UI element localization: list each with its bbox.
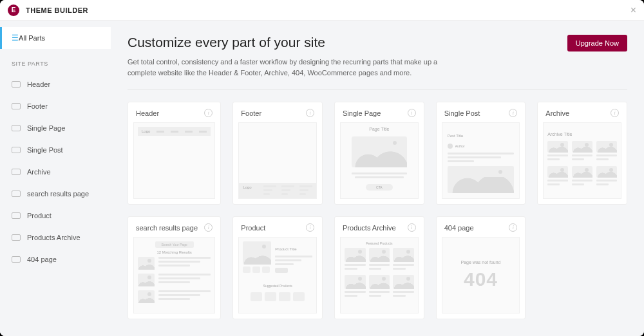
- card-single-post[interactable]: Single Post i Post Title Author: [436, 102, 526, 205]
- card-preview: Product Title Suggested Products: [238, 237, 317, 313]
- info-icon[interactable]: i: [408, 109, 416, 117]
- divider: [128, 89, 627, 90]
- card-search-results[interactable]: search results page i Search Your Page 1…: [128, 216, 221, 319]
- card-preview: Logo: [133, 122, 215, 199]
- card-title: Product: [241, 224, 265, 232]
- app-body: ☰ All Parts SITE PARTS Header Footer Sin…: [0, 21, 644, 336]
- card-header-bar: Footer i: [233, 102, 322, 122]
- preview-search-field: Search Your Page: [155, 241, 194, 248]
- card-header-bar: Single Page i: [335, 102, 424, 122]
- sidebar-item-label: 404 page: [27, 256, 57, 263]
- card-title: Single Page: [343, 109, 381, 117]
- info-icon[interactable]: i: [306, 223, 314, 232]
- sidebar-item-label: Footer: [27, 102, 48, 110]
- sidebar-item-label: Header: [27, 80, 50, 88]
- card-header-bar: 404 page i: [437, 217, 526, 237]
- card-404[interactable]: 404 page i Page was not found 404: [436, 216, 526, 319]
- card-preview: Post Title Author: [442, 122, 520, 199]
- single-post-part-icon: [12, 147, 21, 153]
- preview-logo-text: Logo: [142, 129, 150, 133]
- sidebar-item-label: Single Post: [27, 146, 63, 154]
- page-description: Get total control, consistency and a fas…: [128, 57, 462, 78]
- sidebar-item-products-archive[interactable]: Products Archive: [0, 227, 111, 248]
- 404-part-icon: [12, 256, 21, 263]
- preview-404-code: 404: [464, 268, 498, 290]
- sidebar-item-header[interactable]: Header: [0, 73, 111, 95]
- single-page-part-icon: [12, 125, 21, 131]
- card-header[interactable]: Header i Logo: [128, 102, 221, 205]
- card-header-bar: Single Post i: [437, 102, 526, 122]
- sidebar-section-heading: SITE PARTS: [0, 49, 111, 73]
- card-product[interactable]: Product i Product Title: [232, 216, 323, 319]
- info-icon[interactable]: i: [408, 223, 416, 232]
- image-placeholder-icon: [352, 136, 407, 167]
- card-header-bar: Products Archive i: [335, 217, 424, 237]
- card-title: Single Post: [444, 109, 480, 117]
- card-preview: Page Title CTA: [340, 122, 419, 199]
- search-results-part-icon: [12, 191, 21, 197]
- card-preview: Logo: [238, 122, 317, 199]
- upgrade-button[interactable]: Upgrade Now: [567, 35, 627, 51]
- sidebar-item-label: Product: [27, 212, 52, 219]
- preview-page-title: Page Title: [369, 127, 389, 131]
- products-archive-part-icon: [12, 234, 21, 241]
- card-preview: Archive Title: [543, 122, 621, 199]
- avatar-icon: [448, 144, 453, 149]
- card-title: Header: [136, 109, 159, 117]
- sidebar-item-footer[interactable]: Footer: [0, 95, 111, 117]
- sidebar-item-label: Single Page: [27, 124, 65, 132]
- main-header: Customize every part of your site Get to…: [128, 35, 627, 78]
- parts-grid: Header i Logo Footer i: [128, 102, 627, 319]
- info-icon[interactable]: i: [509, 223, 517, 232]
- card-header-bar: Product i: [233, 217, 322, 237]
- card-preview: Page was not found 404: [442, 237, 520, 313]
- info-icon[interactable]: i: [204, 109, 213, 117]
- footer-part-icon: [12, 103, 21, 109]
- card-title: Footer: [241, 109, 261, 117]
- sidebar-item-label: Products Archive: [27, 234, 80, 241]
- filter-icon: ☰: [12, 33, 19, 42]
- app-logo-icon: E: [8, 5, 19, 16]
- sidebar: ☰ All Parts SITE PARTS Header Footer Sin…: [0, 21, 111, 336]
- product-part-icon: [12, 212, 21, 219]
- card-header-bar: Archive i: [538, 102, 627, 122]
- sidebar-item-label: search results page: [27, 190, 89, 198]
- card-title: Products Archive: [343, 224, 396, 232]
- card-single-page[interactable]: Single Page i Page Title CTA: [334, 102, 424, 205]
- close-icon: ×: [630, 5, 636, 15]
- close-button[interactable]: ×: [630, 5, 636, 16]
- titlebar: E THEME BUILDER ×: [0, 0, 644, 21]
- card-products-archive[interactable]: Products Archive i Featured Products: [334, 216, 424, 319]
- card-archive[interactable]: Archive i Archive Title: [537, 102, 627, 205]
- sidebar-item-single-post[interactable]: Single Post: [0, 139, 111, 161]
- info-icon[interactable]: i: [306, 109, 314, 117]
- info-icon[interactable]: i: [509, 109, 517, 117]
- card-title: search results page: [136, 224, 198, 232]
- sidebar-item-archive[interactable]: Archive: [0, 161, 111, 183]
- preview-post-title: Post Title: [448, 134, 464, 138]
- info-icon[interactable]: i: [204, 223, 213, 232]
- card-preview: Search Your Page 12 Matching Results: [133, 237, 215, 313]
- page-title: Customize every part of your site: [128, 35, 462, 50]
- preview-featured-label: Featured Products: [345, 241, 414, 245]
- preview-logo-text: Logo: [243, 185, 258, 189]
- card-preview: Featured Products: [340, 237, 419, 313]
- sidebar-item-label: All Parts: [19, 34, 45, 42]
- preview-product-title: Product Title: [275, 247, 296, 251]
- sidebar-item-single-page[interactable]: Single Page: [0, 117, 111, 139]
- preview-author: Author: [455, 144, 465, 148]
- image-placeholder-icon: [243, 241, 271, 265]
- sidebar-item-all-parts[interactable]: ☰ All Parts: [0, 27, 111, 49]
- info-icon[interactable]: i: [611, 109, 619, 117]
- app-window: E THEME BUILDER × ☰ All Parts SITE PARTS…: [0, 0, 644, 336]
- sidebar-item-product[interactable]: Product: [0, 205, 111, 227]
- card-footer[interactable]: Footer i Logo: [232, 102, 323, 205]
- sidebar-item-404[interactable]: 404 page: [0, 248, 111, 270]
- app-title: THEME BUILDER: [26, 6, 88, 14]
- card-header-bar: search results page i: [128, 217, 220, 237]
- preview-cta-button: CTA: [366, 184, 393, 191]
- preview-archive-title: Archive Title: [547, 132, 572, 136]
- header-part-icon: [12, 81, 21, 88]
- sidebar-item-search-results[interactable]: search results page: [0, 183, 111, 205]
- card-header-bar: Header i: [128, 102, 220, 122]
